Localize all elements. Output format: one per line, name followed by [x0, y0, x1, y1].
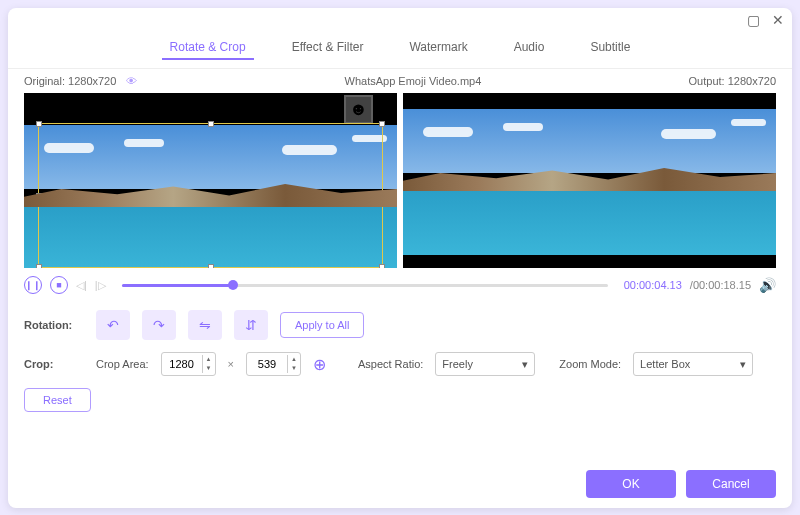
crop-label: Crop:	[24, 358, 84, 370]
crop-handle[interactable]	[379, 121, 385, 127]
output-resolution: Output: 1280x720	[689, 75, 776, 87]
output-preview	[403, 93, 776, 268]
tab-watermark[interactable]: Watermark	[401, 36, 475, 60]
apply-to-all-button[interactable]: Apply to All	[280, 312, 364, 338]
tab-rotate-crop[interactable]: Rotate & Crop	[162, 36, 254, 60]
tab-audio[interactable]: Audio	[506, 36, 553, 60]
aspect-ratio-select[interactable]: Freely▾	[435, 352, 535, 376]
original-preview[interactable]: ☻	[24, 93, 397, 268]
time-total: /00:00:18.15	[690, 279, 751, 291]
timeline-slider[interactable]	[122, 284, 608, 287]
emoji-watermark[interactable]: ☻	[344, 95, 373, 124]
aspect-ratio-label: Aspect Ratio:	[358, 358, 423, 370]
filename-label: WhatsApp Emoji Video.mp4	[345, 75, 482, 87]
crop-handle[interactable]	[208, 121, 214, 127]
eye-icon[interactable]: 👁	[126, 75, 137, 87]
zoom-mode-label: Zoom Mode:	[559, 358, 621, 370]
tab-subtitle[interactable]: Subtitle	[582, 36, 638, 60]
volume-icon[interactable]: 🔊	[759, 277, 776, 293]
ok-button[interactable]: OK	[586, 470, 676, 498]
crop-height-input[interactable]: ▲▼	[246, 352, 301, 376]
chevron-down-icon: ▾	[522, 358, 528, 371]
crop-handle[interactable]	[379, 264, 385, 268]
rotation-label: Rotation:	[24, 319, 84, 331]
crop-handle[interactable]	[36, 264, 42, 268]
original-resolution: Original: 1280x720	[24, 75, 116, 87]
tab-bar: Rotate & Crop Effect & Filter Watermark …	[8, 32, 792, 69]
center-crop-icon[interactable]: ⊕	[313, 355, 326, 374]
crop-width-input[interactable]: ▲▼	[161, 352, 216, 376]
zoom-mode-select[interactable]: Letter Box▾	[633, 352, 753, 376]
rotate-right-button[interactable]: ↷	[142, 310, 176, 340]
spinner-up-icon[interactable]: ▲	[288, 355, 300, 364]
prev-frame-icon[interactable]: ◁|	[76, 279, 87, 292]
next-frame-icon[interactable]: |▷	[95, 279, 106, 292]
close-icon[interactable]: ✕	[772, 12, 784, 28]
crop-handle[interactable]	[208, 264, 214, 268]
crop-area-label: Crop Area:	[96, 358, 149, 370]
flip-horizontal-button[interactable]: ⇋	[188, 310, 222, 340]
tab-effect-filter[interactable]: Effect & Filter	[284, 36, 372, 60]
crop-handle[interactable]	[36, 121, 42, 127]
chevron-down-icon: ▾	[740, 358, 746, 371]
time-current: 00:00:04.13	[624, 279, 682, 291]
spinner-up-icon[interactable]: ▲	[203, 355, 215, 364]
flip-vertical-button[interactable]: ⇵	[234, 310, 268, 340]
reset-button[interactable]: Reset	[24, 388, 91, 412]
spinner-down-icon[interactable]: ▼	[288, 364, 300, 373]
minimize-icon[interactable]: ▢	[747, 12, 760, 28]
stop-button[interactable]: ■	[50, 276, 68, 294]
cancel-button[interactable]: Cancel	[686, 470, 776, 498]
pause-button[interactable]: ❙❙	[24, 276, 42, 294]
rotate-left-button[interactable]: ↶	[96, 310, 130, 340]
spinner-down-icon[interactable]: ▼	[203, 364, 215, 373]
